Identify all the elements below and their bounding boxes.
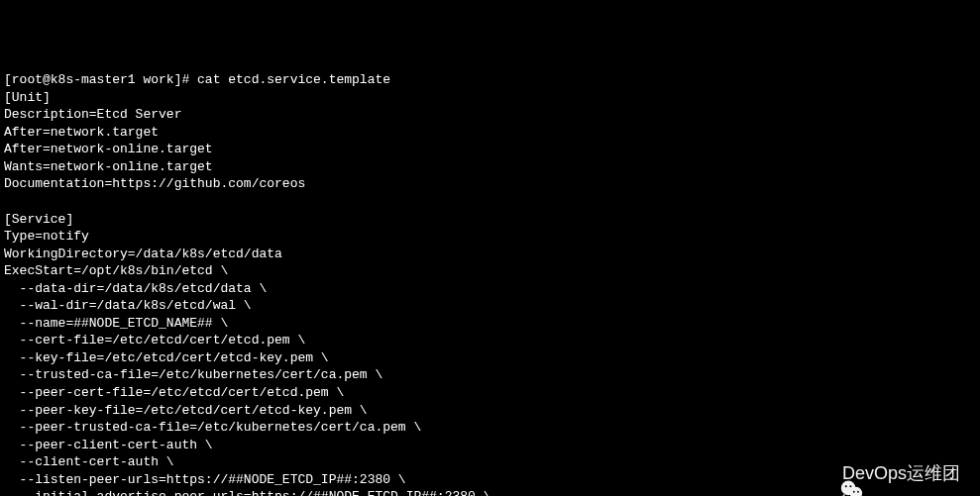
file-content: [Unit] Description=Etcd Server After=net…	[4, 90, 980, 496]
watermark: DevOps运维团	[809, 460, 960, 486]
svg-point-3	[850, 485, 852, 487]
shell-command: cat etcd.service.template	[197, 72, 390, 87]
wechat-icon	[809, 460, 834, 486]
shell-prompt: [root@k8s-master1 work]#	[4, 72, 197, 87]
terminal-output[interactable]: [root@k8s-master1 work]# cat etcd.servic…	[4, 71, 976, 496]
svg-point-4	[853, 490, 855, 492]
svg-point-2	[845, 485, 847, 487]
terminal-command-line: [root@k8s-master1 work]# cat etcd.servic…	[4, 71, 976, 89]
svg-point-5	[857, 490, 859, 492]
